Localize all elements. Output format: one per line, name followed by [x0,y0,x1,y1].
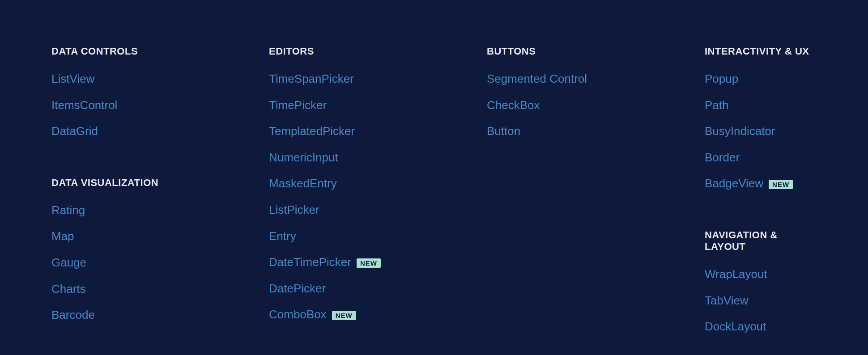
link-timepicker[interactable]: TimePicker [269,99,327,112]
link-numericinput[interactable]: NumericInput [269,151,338,164]
column-1: EDITORSTimeSpanPickerTimePickerTemplated… [269,46,487,355]
list-item: BadgeViewNEW [705,177,817,190]
column-3: INTERACTIVITY & UXPopupPathBusyIndicator… [705,46,817,355]
item-list: Segmented ControlCheckBoxButton [487,72,705,151]
link-wraplayout[interactable]: WrapLayout [705,268,767,281]
list-item: ListView [51,72,269,85]
column-2: BUTTONSSegmented ControlCheckBoxButton [487,46,705,355]
section-editors: EDITORSTimeSpanPickerTimePickerTemplated… [269,46,487,334]
link-rating[interactable]: Rating [51,204,85,217]
list-item: DateTimePickerNEW [269,256,487,269]
list-item: TabView [705,294,817,307]
item-list: TimeSpanPickerTimePickerTemplatedPickerN… [269,72,487,334]
link-segmented-control[interactable]: Segmented Control [487,72,587,85]
list-item: Map [51,230,269,243]
link-entry[interactable]: Entry [269,230,296,243]
section-data-controls: DATA CONTROLSListViewItemsControlDataGri… [51,46,269,151]
list-item: Rating [51,204,269,217]
link-map[interactable]: Map [51,230,74,243]
list-item: Border [705,151,817,164]
section-buttons: BUTTONSSegmented ControlCheckBoxButton [487,46,705,151]
list-item: DockLayout [705,320,817,333]
link-badgeview[interactable]: BadgeView [705,177,763,190]
list-item: BusyIndicator [705,125,817,138]
list-item: Path [705,99,817,112]
column-0: DATA CONTROLSListViewItemsControlDataGri… [51,46,269,355]
list-item: TemplatedPicker [269,125,487,138]
section-header-editors: EDITORS [269,46,487,57]
item-list: WrapLayoutTabViewDockLayout [705,268,817,347]
list-item: ComboBoxNEW [269,308,487,321]
list-item: MaskedEntry [269,177,487,190]
new-badge: NEW [769,180,793,189]
list-item: TimePicker [269,99,487,112]
section-interactivity-ux: INTERACTIVITY & UXPopupPathBusyIndicator… [705,46,817,203]
section-header-interactivity-ux: INTERACTIVITY & UX [705,46,817,57]
columns-container: DATA CONTROLSListViewItemsControlDataGri… [51,46,817,355]
list-item: ListPicker [269,203,487,216]
link-border[interactable]: Border [705,151,740,164]
list-item: DataGrid [51,125,269,138]
link-charts[interactable]: Charts [51,283,86,296]
list-item: TimeSpanPicker [269,72,487,85]
item-list: ListViewItemsControlDataGrid [51,72,269,151]
link-popup[interactable]: Popup [705,72,738,85]
link-docklayout[interactable]: DockLayout [705,320,766,333]
section-header-navigation-layout: NAVIGATION & LAYOUT [705,229,817,253]
link-datepicker[interactable]: DatePicker [269,282,326,295]
link-datetimepicker[interactable]: DateTimePicker [269,256,351,269]
new-badge: NEW [332,311,356,320]
list-item: WrapLayout [705,268,817,281]
list-item: DatePicker [269,282,487,295]
list-item: NumericInput [269,151,487,164]
link-templatedpicker[interactable]: TemplatedPicker [269,125,355,138]
list-item: CheckBox [487,99,705,112]
link-button[interactable]: Button [487,125,520,138]
link-listpicker[interactable]: ListPicker [269,203,319,216]
item-list: PopupPathBusyIndicatorBorderBadgeViewNEW [705,72,817,203]
link-combobox[interactable]: ComboBox [269,308,327,321]
link-itemscontrol[interactable]: ItemsControl [51,99,117,112]
link-path[interactable]: Path [705,99,729,112]
section-header-data-controls: DATA CONTROLS [51,46,269,57]
item-list: RatingMapGaugeChartsBarcode [51,204,269,335]
link-barcode[interactable]: Barcode [51,309,95,321]
section-data-visualization: DATA VISUALIZATIONRatingMapGaugeChartsBa… [51,177,269,335]
list-item: Entry [269,230,487,243]
list-item: Popup [705,72,817,85]
link-checkbox[interactable]: CheckBox [487,99,540,112]
new-badge: NEW [357,258,381,268]
list-item: ItemsControl [51,99,269,112]
link-busyindicator[interactable]: BusyIndicator [705,125,775,138]
link-timespanpicker[interactable]: TimeSpanPicker [269,72,354,85]
list-item: Button [487,125,705,138]
section-navigation-layout: NAVIGATION & LAYOUTWrapLayoutTabViewDock… [705,229,817,347]
link-listview[interactable]: ListView [51,72,94,85]
list-item: Charts [51,283,269,296]
section-header-data-visualization: DATA VISUALIZATION [51,177,269,189]
link-tabview[interactable]: TabView [705,294,749,307]
list-item: Gauge [51,256,269,269]
link-datagrid[interactable]: DataGrid [51,125,98,138]
section-header-buttons: BUTTONS [487,46,705,57]
link-gauge[interactable]: Gauge [51,256,86,269]
list-item: Barcode [51,309,269,321]
link-maskedentry[interactable]: MaskedEntry [269,177,337,190]
list-item: Segmented Control [487,72,705,85]
